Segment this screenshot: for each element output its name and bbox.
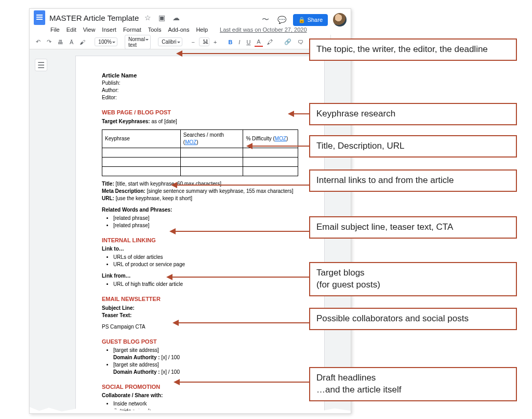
insert-comment-icon[interactable]: 🗨: [296, 38, 305, 46]
arrow-icon: [174, 185, 309, 186]
list-item: [target site address]Domain Authority : …: [113, 361, 298, 376]
list-item: URL of high traffic older article: [113, 281, 298, 288]
spellcheck-icon[interactable]: Ā: [68, 38, 75, 46]
share-button[interactable]: 🔒 Share: [293, 14, 328, 26]
menu-format[interactable]: Format: [123, 27, 141, 33]
font-select[interactable]: Calibri: [158, 37, 182, 46]
section-internal: INTERNAL LINKING: [102, 237, 298, 244]
callout-meta: The topic, the writer, the editor, the d…: [309, 38, 517, 61]
last-edit-info[interactable]: Last edit was on October 27, 2020: [220, 27, 307, 33]
list-item: [related phrase]: [113, 215, 298, 222]
arrow-icon: [177, 382, 309, 383]
callout-internal: Internal links to and from the article: [309, 169, 517, 192]
share-label: Share: [308, 17, 323, 23]
table-row: [102, 166, 298, 176]
callout-headlines: Draft headlines …and the article itself: [309, 367, 517, 401]
google-docs-window: MASTER Article Template ☆ ▣ ☁ File Edit …: [29, 8, 351, 414]
arrow-icon: [172, 231, 309, 232]
document-page[interactable]: Article Name Publish: Author: Editor: WE…: [75, 56, 325, 413]
section-web: WEB PAGE / BLOG POST: [102, 109, 298, 116]
paint-format-icon[interactable]: 🖌: [77, 38, 87, 46]
menu-view[interactable]: View: [83, 27, 96, 33]
keyphrase-table: Keyphrase Searches / month (MOZ) % Diffi…: [102, 129, 298, 176]
comments-icon[interactable]: 💬: [276, 16, 288, 24]
article-name-heading: Article Name: [102, 72, 298, 80]
publish-field: Publish:: [102, 80, 298, 87]
author-field: Author:: [102, 87, 298, 94]
list-item: URLs of older articles: [113, 254, 298, 261]
list-item: [related phrase]: [113, 222, 298, 229]
document-title[interactable]: MASTER Article Template: [49, 14, 139, 22]
insert-link-icon[interactable]: 🔗: [282, 37, 294, 46]
font-decrease[interactable]: −: [190, 38, 197, 46]
arrow-icon: [179, 53, 309, 54]
font-increase[interactable]: +: [211, 38, 219, 46]
callout-keyphrase: Keyphrase research: [309, 103, 517, 125]
callout-title: Title, Description, URL: [309, 135, 517, 158]
title-line: Title: [title, start with keyphrase, 60 …: [102, 180, 298, 188]
related-heading: Related Words and Phrases:: [102, 206, 298, 214]
arrow-icon: [176, 322, 309, 323]
header-actions: 〜 💬 🔒 Share: [260, 13, 347, 27]
callout-guest: Target blogs (for guest posts): [309, 262, 517, 296]
docs-logo-icon[interactable]: [34, 10, 45, 25]
cloud-icon[interactable]: ☁: [171, 14, 181, 22]
italic-button[interactable]: I: [236, 38, 242, 46]
print-icon[interactable]: 🖶: [56, 38, 65, 46]
arrow-icon: [249, 146, 309, 147]
callout-social: Possible collaborators and social posts: [309, 308, 517, 330]
move-icon[interactable]: ▣: [157, 14, 167, 22]
list-item: [target site address]Domain Authority : …: [113, 347, 298, 361]
table-row: [102, 157, 298, 166]
link-to-heading: Link to…: [102, 245, 298, 253]
meta-line: Meta Description: [single sentence summa…: [102, 188, 298, 195]
target-keyphrases: Target Keyphrases: as of [date]: [102, 118, 298, 125]
undo-icon[interactable]: ↶: [34, 37, 43, 46]
arrow-icon: [291, 113, 309, 114]
menu-insert[interactable]: Insert: [102, 27, 116, 33]
activity-icon[interactable]: 〜: [260, 15, 271, 24]
menu-addons[interactable]: Add-ons: [168, 27, 189, 33]
menu-tools[interactable]: Tools: [148, 27, 162, 33]
menu-edit[interactable]: Edit: [66, 27, 76, 33]
editor-field: Editor:: [102, 94, 298, 101]
ps-cta: PS Campaign CTA: [102, 323, 298, 331]
bold-button[interactable]: B: [226, 38, 234, 46]
menu-help[interactable]: Help: [196, 27, 208, 33]
menu-file[interactable]: File: [50, 27, 60, 33]
section-social: SOCIAL PROMOTION: [102, 383, 298, 391]
underline-button[interactable]: U: [244, 38, 252, 46]
section-email: EMAIL NEWSLETTER: [102, 295, 298, 303]
collab-heading: Collaborate / Share with:: [102, 392, 298, 399]
url-line: URL: [use the keyphrase, keep it short]: [102, 195, 298, 202]
highlight-icon[interactable]: 🖍: [265, 38, 275, 46]
redo-icon[interactable]: ↷: [45, 37, 54, 46]
font-size[interactable]: 11: [199, 37, 209, 46]
zoom-select[interactable]: 100%: [95, 37, 117, 46]
lock-icon: 🔒: [298, 17, 305, 23]
style-select[interactable]: Normal text: [125, 35, 151, 49]
outline-toggle-icon[interactable]: ☰: [35, 59, 47, 71]
list-item: URL of product or service page: [113, 261, 298, 268]
subject-line: Subject Line:: [102, 305, 298, 312]
section-guest: GUEST BLOG POST: [102, 338, 298, 346]
star-icon[interactable]: ☆: [143, 14, 153, 22]
arrow-icon: [169, 277, 309, 278]
avatar[interactable]: [333, 13, 347, 27]
text-color-button[interactable]: A: [255, 37, 262, 47]
table-row: [102, 148, 298, 157]
teaser-text: Teaser Text:: [102, 312, 298, 319]
callout-email: Email subject line, teaser text, CTA: [309, 216, 517, 239]
toolbar: ↶ ↷ 🖶 Ā 🖌 100% Normal text Calibri − 11 …: [30, 35, 351, 49]
list-item: Inside network: [113, 400, 298, 408]
